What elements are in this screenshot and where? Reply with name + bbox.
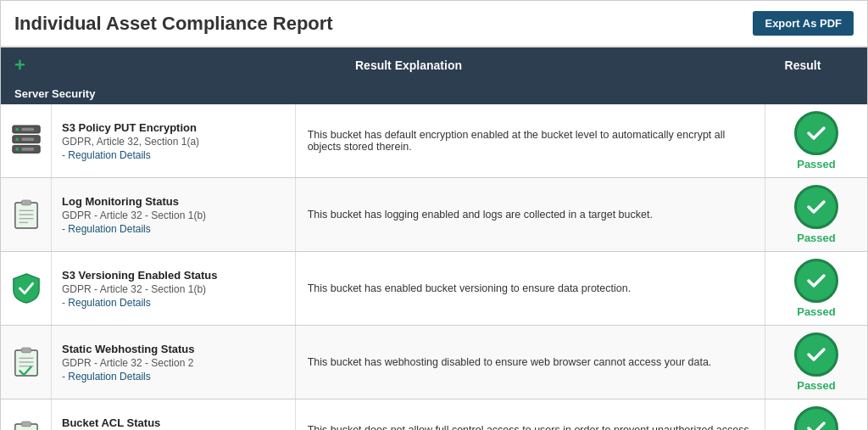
svg-rect-21	[21, 422, 31, 427]
regulation-details-link[interactable]: Regulation Details	[68, 149, 150, 161]
passed-label: Passed	[797, 379, 836, 392]
row-result-cell: Passed	[765, 178, 867, 251]
svg-point-4	[15, 137, 19, 141]
passed-badge: Passed	[794, 332, 838, 392]
row-result-cell: Passed	[765, 104, 867, 177]
rule-title: Bucket ACL Status	[62, 416, 285, 429]
rule-link-prefix: - Regulation Details	[62, 149, 285, 161]
table-row: Static Webhosting Status GDPR - Article …	[1, 326, 867, 399]
row-explanation-cell: This bucket has enabled bucket versionin…	[296, 252, 765, 325]
page-header: Individual Asset Compliance Report Expor…	[1, 1, 867, 47]
table-row: S3 Versioning Enabled Status GDPR - Arti…	[1, 252, 867, 326]
row-result-cell: Passed	[765, 326, 867, 399]
passed-badge: Passed	[794, 111, 838, 170]
row-result-cell: Passed	[765, 399, 867, 430]
rule-title: Static Webhosting Status	[62, 343, 285, 355]
rule-link-prefix: - Regulation Details	[62, 223, 285, 235]
passed-label: Passed	[797, 158, 836, 170]
rule-link-prefix: - Regulation Details	[62, 371, 285, 383]
table-row: Log Monitoring Status GDPR - Article 32 …	[1, 178, 867, 252]
table-row: S3 Policy PUT Encryption GDPR, Article 3…	[1, 104, 867, 178]
passed-badge: Passed	[794, 185, 838, 244]
svg-point-5	[15, 148, 19, 151]
regulation-details-link[interactable]: Regulation Details	[68, 297, 150, 309]
passed-circle	[794, 259, 838, 303]
row-explanation-cell: This bucket has logging enabled and logs…	[296, 178, 765, 251]
row-explanation-cell: This bucket does not allow full control …	[296, 399, 765, 430]
row-info-cell: Bucket ACL Status GDPR - Article 5 - Sec…	[52, 399, 296, 430]
svg-rect-8	[21, 148, 33, 151]
passed-label: Passed	[797, 305, 836, 318]
rule-subtitle: GDPR - Article 32 - Section 1(b)	[62, 283, 285, 295]
rule-link-prefix: - Regulation Details	[62, 297, 285, 309]
page-wrapper: Individual Asset Compliance Report Expor…	[0, 0, 868, 430]
row-info-cell: S3 Policy PUT Encryption GDPR, Article 3…	[52, 104, 296, 177]
row-result-cell: Passed	[765, 252, 867, 325]
passed-badge: Passed	[794, 406, 838, 430]
rule-title: Log Monitoring Status	[62, 195, 285, 208]
compliance-table: S3 Policy PUT Encryption GDPR, Article 3…	[1, 104, 867, 430]
page-title: Individual Asset Compliance Report	[14, 13, 333, 35]
row-info-cell: S3 Versioning Enabled Status GDPR - Arti…	[52, 252, 296, 325]
passed-circle	[794, 111, 838, 155]
result-column-header: Result	[752, 59, 854, 72]
rule-subtitle: GDPR - Article 32 - Section 2	[62, 357, 285, 369]
regulation-details-link[interactable]: Regulation Details	[68, 371, 150, 383]
row-explanation-cell: This bucket has webhosting disabled to e…	[296, 326, 765, 399]
row-icon-cell	[1, 326, 52, 399]
svg-rect-10	[21, 200, 31, 205]
regulation-details-link[interactable]: Regulation Details	[68, 223, 150, 235]
rule-subtitle: GDPR, Article 32, Section 1(a)	[62, 136, 285, 148]
row-icon-cell	[1, 104, 52, 177]
svg-rect-9	[14, 203, 36, 228]
svg-point-3	[15, 128, 19, 131]
rule-subtitle: GDPR - Article 32 - Section 1(b)	[62, 209, 285, 221]
passed-circle	[794, 332, 838, 377]
add-icon[interactable]: +	[14, 54, 25, 76]
passed-circle	[794, 406, 838, 430]
rule-title: S3 Policy PUT Encryption	[62, 121, 285, 134]
explanation-column-header: Result Explanation	[65, 59, 752, 72]
passed-circle	[794, 185, 838, 229]
row-info-cell: Static Webhosting Status GDPR - Article …	[52, 326, 296, 399]
svg-rect-7	[21, 137, 33, 141]
rule-title: S3 Versioning Enabled Status	[62, 269, 285, 282]
row-icon-cell	[1, 178, 52, 251]
svg-rect-6	[21, 128, 33, 131]
row-explanation-cell: This bucket has default encryption enabl…	[296, 104, 765, 177]
table-header-row: + Result Explanation Result	[1, 47, 867, 83]
row-icon-cell	[1, 252, 52, 325]
section-label: Server Security	[1, 83, 867, 104]
row-icon-cell	[1, 399, 52, 430]
table-row: Bucket ACL Status GDPR - Article 5 - Sec…	[1, 399, 867, 430]
passed-label: Passed	[797, 232, 836, 244]
export-pdf-button[interactable]: Export As PDF	[753, 11, 854, 36]
svg-rect-16	[21, 348, 31, 353]
passed-badge: Passed	[794, 259, 838, 318]
row-info-cell: Log Monitoring Status GDPR - Article 32 …	[52, 178, 296, 251]
